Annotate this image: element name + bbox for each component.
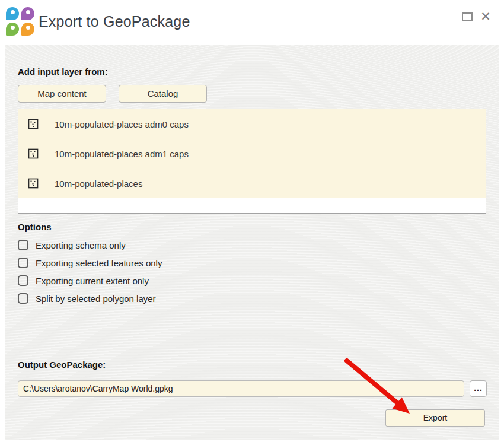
checkbox-exporting-selected-features-only[interactable]: Exporting selected features only [18, 255, 162, 271]
output-path-input[interactable] [18, 380, 464, 397]
checkbox-exporting-schema-only[interactable]: Exporting schema only [18, 237, 126, 253]
title-bar: Export to GeoPackage ✕ [0, 0, 504, 44]
point-layer-icon [28, 178, 39, 189]
catalog-button[interactable]: Catalog [119, 85, 207, 103]
logo-petal-orange [21, 23, 34, 36]
layer-list-item[interactable]: 10m-populated-places [18, 169, 486, 198]
layer-name: 10m-populated-places [55, 179, 142, 189]
point-layer-icon [28, 119, 39, 129]
checkbox-icon[interactable] [18, 240, 28, 250]
add-input-layer-label: Add input layer from: [18, 66, 108, 77]
maximize-icon[interactable] [462, 12, 473, 21]
layer-name: 10m-populated-places adm1 caps [55, 149, 189, 159]
carrymap-logo-icon [6, 7, 34, 36]
window-title: Export to GeoPackage [39, 13, 190, 30]
checkbox-label: Exporting schema only [36, 240, 126, 250]
logo-petal-green [6, 23, 19, 36]
checkbox-label: Exporting selected features only [36, 258, 162, 268]
point-layer-icon [28, 148, 39, 159]
checkbox-label: Split by selected polygon layer [36, 294, 156, 304]
checkbox-split-by-selected-polygon-layer[interactable]: Split by selected polygon layer [18, 291, 156, 306]
browse-button[interactable]: ... [470, 380, 487, 397]
layer-name: 10m-populated-places adm0 caps [55, 119, 189, 129]
close-icon[interactable]: ✕ [478, 9, 493, 24]
export-button[interactable]: Export [385, 409, 485, 427]
logo-petal-purple [21, 7, 34, 20]
checkbox-icon[interactable] [18, 258, 28, 268]
layer-list-item[interactable]: 10m-populated-places adm1 caps [18, 139, 486, 169]
output-geopackage-label: Output GeoPackage: [18, 360, 106, 370]
dialog-body: Add input layer from: Map content Catalo… [5, 44, 499, 440]
logo-petal-blue [6, 7, 19, 20]
checkbox-icon[interactable] [18, 275, 28, 286]
checkbox-label: Exporting current extent only [36, 276, 149, 286]
input-layer-list: 10m-populated-places adm0 caps 10m-popul… [18, 109, 486, 214]
checkbox-exporting-current-extent-only[interactable]: Exporting current extent only [18, 273, 149, 288]
map-content-button[interactable]: Map content [18, 85, 106, 103]
layer-list-item[interactable]: 10m-populated-places adm0 caps [18, 109, 486, 139]
export-to-geopackage-dialog: Export to GeoPackage ✕ Add input layer f… [0, 0, 504, 445]
options-label: Options [18, 222, 52, 232]
checkbox-icon[interactable] [18, 293, 28, 304]
